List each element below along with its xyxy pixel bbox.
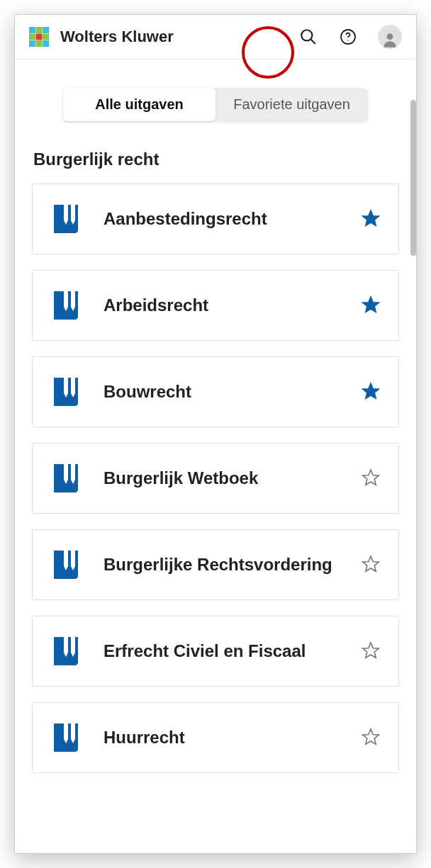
list-item-title: Bouwrecht [103, 381, 342, 402]
svg-rect-7 [36, 40, 43, 47]
search-icon[interactable] [298, 27, 318, 47]
svg-rect-34 [71, 464, 75, 480]
svg-rect-38 [54, 551, 60, 579]
svg-rect-32 [54, 464, 60, 492]
list-item[interactable]: Burgerlijk Wetboek [32, 443, 399, 514]
svg-rect-0 [29, 27, 35, 33]
book-icon [50, 548, 84, 582]
list-item-title: Aanbestedingsrecht [103, 208, 342, 230]
brand-title: Wolters Kluwer [60, 28, 287, 46]
book-icon [50, 202, 84, 236]
svg-rect-6 [29, 40, 35, 47]
publication-list: Aanbestedingsrecht Arbeidsrecht Bouwrech… [32, 184, 399, 773]
svg-rect-33 [64, 464, 68, 480]
svg-rect-3 [29, 34, 35, 40]
book-icon [50, 375, 84, 409]
svg-marker-31 [363, 383, 379, 398]
book-icon [50, 461, 84, 495]
list-item[interactable]: Bouwrecht [32, 356, 399, 427]
svg-rect-2 [43, 27, 49, 33]
svg-rect-1 [36, 27, 43, 33]
svg-rect-51 [64, 723, 68, 739]
svg-rect-26 [54, 378, 60, 406]
svg-point-9 [301, 30, 312, 40]
avatar[interactable] [378, 25, 402, 49]
tab-favorites[interactable]: Favoriete uitgaven [216, 88, 368, 121]
list-item[interactable]: Burgerlijke Rechtsvordering [32, 529, 399, 600]
svg-rect-45 [64, 637, 68, 653]
list-item[interactable]: Arbeidsrecht [32, 270, 399, 341]
svg-rect-50 [54, 723, 60, 752]
app-frame: Wolters Kluwer [14, 14, 417, 854]
svg-line-10 [310, 39, 315, 44]
list-item-title: Burgerlijke Rechtsvordering [103, 553, 342, 575]
svg-rect-5 [43, 34, 49, 40]
list-item[interactable]: Erfrecht Civiel en Fiscaal [32, 616, 399, 687]
content: Alle uitgaven Favoriete uitgaven Burgerl… [15, 60, 416, 854]
book-icon [50, 288, 84, 322]
list-item-title: Arbeidsrecht [103, 294, 342, 316]
tabs: Alle uitgaven Favoriete uitgaven [63, 88, 368, 121]
svg-rect-14 [54, 205, 60, 233]
svg-rect-40 [71, 551, 75, 566]
svg-marker-37 [363, 470, 379, 485]
svg-rect-4 [36, 34, 43, 40]
favorite-star-icon[interactable] [362, 295, 381, 315]
svg-rect-28 [71, 378, 75, 393]
header-actions [298, 25, 402, 49]
tab-all[interactable]: Alle uitgaven [63, 88, 216, 121]
svg-rect-8 [43, 40, 49, 47]
svg-marker-25 [363, 297, 379, 312]
svg-marker-19 [363, 210, 379, 225]
list-item-title: Erfrecht Civiel en Fiscaal [103, 640, 342, 662]
favorite-star-icon[interactable] [362, 468, 381, 488]
svg-rect-27 [64, 378, 68, 393]
help-icon[interactable] [338, 27, 358, 47]
header: Wolters Kluwer [15, 15, 416, 60]
favorite-star-icon[interactable] [362, 555, 381, 575]
book-icon [50, 721, 84, 755]
svg-marker-55 [363, 729, 379, 744]
favorite-star-icon[interactable] [362, 209, 381, 229]
list-item-title: Huurrecht [103, 726, 342, 748]
list-item-title: Burgerlijk Wetboek [103, 467, 342, 489]
svg-rect-21 [64, 291, 68, 307]
favorite-star-icon[interactable] [362, 728, 381, 748]
svg-rect-44 [54, 637, 60, 665]
svg-rect-20 [54, 291, 60, 320]
favorite-star-icon[interactable] [362, 382, 381, 402]
svg-marker-43 [363, 556, 379, 571]
svg-rect-15 [64, 205, 68, 220]
svg-point-12 [347, 40, 349, 41]
brand-logo-icon [29, 27, 49, 47]
svg-rect-22 [71, 291, 75, 307]
list-item[interactable]: Huurrecht [32, 702, 399, 773]
svg-rect-39 [64, 551, 68, 566]
favorite-star-icon[interactable] [362, 641, 381, 661]
svg-rect-52 [71, 723, 75, 739]
section-title: Burgerlijk recht [33, 150, 399, 169]
list-item[interactable]: Aanbestedingsrecht [32, 184, 399, 254]
svg-marker-49 [363, 643, 379, 658]
svg-rect-16 [71, 205, 75, 220]
svg-point-13 [387, 33, 393, 40]
svg-rect-46 [71, 637, 75, 653]
book-icon [50, 634, 84, 668]
